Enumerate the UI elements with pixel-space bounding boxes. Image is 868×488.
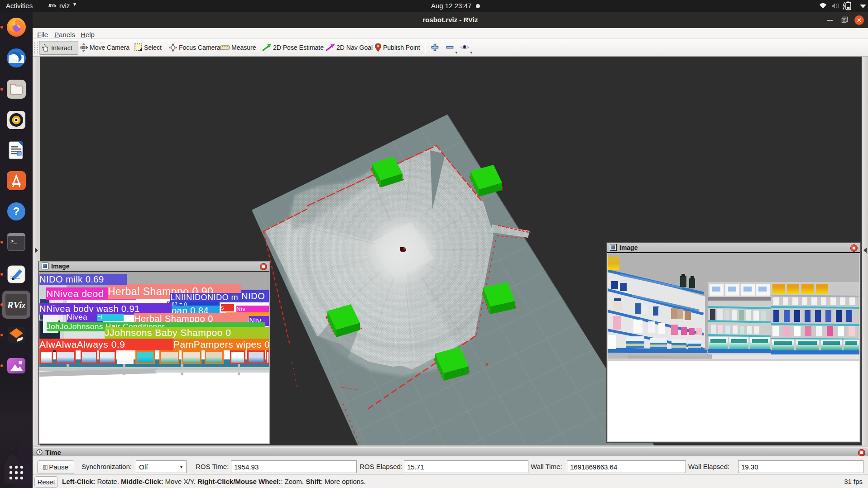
svg-text:RViz: RViz	[7, 300, 26, 311]
svg-text:>_: >_	[10, 239, 17, 245]
svg-text:?: ?	[13, 205, 20, 217]
